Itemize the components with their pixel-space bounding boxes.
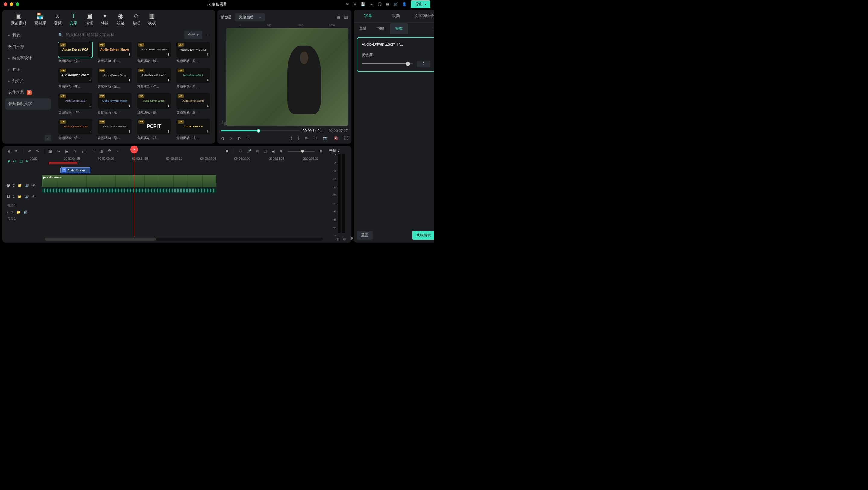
fx-thumb[interactable]: VIP Audio-Driven Shake ⬇ (98, 42, 131, 58)
subtab-animation[interactable]: 动画 (372, 23, 390, 34)
download-icon[interactable]: ⬇ (89, 130, 91, 133)
mute-icon[interactable]: 🔇 (334, 136, 338, 140)
folder-icon[interactable]: 📁 (18, 195, 22, 198)
layout-grid-icon[interactable]: ⊞ (337, 16, 340, 20)
tab-effect[interactable]: ✦特效 (101, 13, 109, 26)
fx-thumb[interactable]: VIP Audio-Driven Zoom ⬇ (59, 67, 92, 83)
sidebar-item-hot[interactable]: 热门推荐 (2, 41, 54, 53)
folder-icon[interactable]: 📁 (18, 184, 22, 187)
download-icon[interactable]: ⬇ (167, 78, 170, 82)
fx-thumb[interactable]: VIP Audio-Driven Electric ⬇ (98, 93, 131, 109)
sidebar-item-opener[interactable]: ▸片头 (2, 64, 54, 75)
tab-text[interactable]: T文字 (70, 13, 78, 26)
add-track-icon[interactable]: ⊕ (7, 159, 10, 163)
ratio-tool-icon[interactable]: ◫ (100, 149, 103, 153)
mixer-icon[interactable]: ⎚ (256, 149, 258, 153)
save-icon[interactable]: 💾 (361, 2, 365, 6)
download-icon[interactable]: ⬇ (89, 104, 91, 108)
playback-slider[interactable] (221, 130, 300, 131)
fx-item[interactable]: VIP Audio-Driven Shadow ⬇ 音频驱动 · 思... (98, 119, 131, 140)
fx-thumb[interactable]: VIP Audio-Driven POP + (59, 42, 92, 58)
download-icon[interactable]: ⬇ (167, 104, 170, 108)
speaker-icon[interactable]: 🔊 (25, 195, 29, 198)
mark-in-button[interactable]: { (291, 136, 292, 140)
download-icon[interactable]: ⬇ (128, 104, 131, 108)
camera-icon[interactable]: 📷 (323, 136, 328, 140)
record-icon[interactable]: ⏺ (225, 149, 229, 153)
cut-badge-icon[interactable]: ✂ (130, 146, 138, 153)
fx-item[interactable]: VIP Audio-Driven POP + 音频驱动 · 流... (59, 42, 92, 63)
delete-button[interactable]: 🗑 (49, 149, 53, 153)
folder-icon[interactable]: 📁 (16, 210, 21, 214)
tab-transition[interactable]: ▣转场 (85, 13, 93, 26)
sidebar-item-plain-text[interactable]: ▸纯文字设计 (2, 53, 54, 64)
fx-item[interactable]: VIP Audio-Driven Jump! ⬇ 音频驱动 · 跳... (137, 93, 171, 115)
add-icon[interactable]: + (89, 52, 91, 57)
eye-icon[interactable]: 👁 (32, 184, 36, 187)
fx-item[interactable]: VIP Audio-Driven Comic ⬇ 音频驱动 · 漫... (176, 93, 210, 115)
fx-item[interactable]: VIP Audio-Driven Turbulence ⬇ 音频驱动 · 波..… (137, 42, 171, 63)
mic-icon[interactable]: 🎤 (247, 149, 252, 153)
sidebar-item-smart-subtitle[interactable]: 智能字幕新 (2, 87, 54, 98)
download-icon[interactable]: ⬇ (128, 130, 131, 133)
close-window-button[interactable] (4, 2, 7, 6)
marker-icon[interactable]: ▢ (264, 149, 267, 153)
maximize-window-button[interactable] (16, 2, 19, 6)
selection-range[interactable] (49, 162, 78, 164)
download-icon[interactable]: ⬇ (167, 130, 170, 133)
sidebar-item-my[interactable]: ▸我的 (2, 30, 54, 41)
settings-icon[interactable]: ⎚ (305, 136, 307, 140)
fx-item[interactable]: VIP Audio-Driven Vibration ⬇ 音频驱动 · 振... (176, 42, 210, 63)
cluster-tool-icon[interactable]: ⋮⋮ (81, 149, 88, 153)
play-button[interactable]: ▷ (239, 136, 241, 140)
fx-thumb[interactable]: VIP Audio-Driven Colorshift ⬇ (137, 67, 171, 83)
reset-button[interactable]: 重置 (357, 231, 373, 240)
download-icon[interactable]: ⬇ (128, 53, 131, 57)
fx-item[interactable]: VIP Audio-Driven Shake ⬇ 音频驱动 · 抖... (98, 42, 131, 63)
desktop-icon[interactable]: 🖥 (353, 2, 356, 6)
tab-my-media[interactable]: ▣我的素材 (11, 13, 27, 26)
fx-item[interactable]: VIP Audio-Driven Colorshift ⬇ 音频驱动 · 色..… (137, 67, 171, 89)
link-icon[interactable]: ⚯ (13, 159, 16, 163)
fx-thumb[interactable]: VIP Audio-Driven Comic ⬇ (176, 93, 210, 109)
text-tool-icon[interactable]: T (93, 149, 95, 153)
timeline-ruler[interactable]: 00:0000:00:04:2500:00:09:2000:00:14:1500… (30, 156, 327, 166)
fx-thumb[interactable]: VIP Audio-Driven Shake ⬇ (59, 119, 92, 134)
sensitivity-value[interactable]: 9 (416, 61, 430, 67)
cloud-icon[interactable]: ☁ (370, 2, 373, 6)
tab-template[interactable]: ▥模板 (148, 13, 156, 26)
playhead[interactable]: ✂ (134, 152, 134, 237)
snapshot-icon[interactable]: 🖼 (344, 16, 348, 20)
more-tools-icon[interactable]: » (116, 149, 119, 153)
fx-thumb[interactable]: VIP Audio-Driven Glitch ⬇ (176, 67, 210, 83)
fx-thumb[interactable]: VIP Audio-Driven Glow ⬇ (98, 67, 131, 83)
fx-thumb[interactable]: VIP Audio-Driven RGB ⬇ (59, 93, 92, 109)
stop-button[interactable]: □ (247, 136, 249, 140)
select-tool-icon[interactable]: ↖ (15, 149, 18, 153)
next-frame-button[interactable]: ▷ (230, 136, 232, 140)
fx-thumb[interactable]: VIP POP IT ⬇ (137, 119, 171, 134)
layout-tool-icon[interactable]: ⊞ (7, 149, 10, 153)
inspector-tab-tts[interactable]: 文字转语音 (410, 10, 434, 22)
magnet-icon[interactable]: ◫ (19, 159, 23, 163)
search-input[interactable] (66, 33, 181, 37)
fx-thumb[interactable]: VIP Audio-Driven Vibration ⬇ (176, 42, 210, 58)
fx-item[interactable]: VIP Audio-Driven RGB ⬇ 音频驱动 · RG... (59, 93, 92, 115)
fullscreen-icon[interactable]: ⛶ (344, 136, 348, 140)
inspector-tab-video[interactable]: 视频 (382, 10, 410, 22)
cut-tool-icon[interactable]: ✂ (57, 149, 60, 153)
headphone-icon[interactable]: 🎧 (377, 2, 382, 6)
audio-track-header[interactable]: ♪1📁🔊 (7, 208, 41, 217)
display-icon[interactable]: 🖵 (313, 136, 317, 140)
video-clip[interactable]: ▶video-miao (41, 175, 216, 187)
music-tool-icon[interactable]: ♫ (73, 149, 76, 153)
zoom-out-button[interactable]: ⊖ (280, 149, 283, 153)
collapse-sidebar-button[interactable]: ‹ (44, 135, 51, 141)
zoom-in-button[interactable]: ⊕ (319, 149, 322, 153)
preview-stage[interactable] (226, 28, 348, 126)
tab-audio[interactable]: ♫音频 (54, 13, 62, 26)
fx-item[interactable]: VIP Audio-Driven Electric ⬇ 音频驱动 · 电... (98, 93, 131, 115)
fx-item[interactable]: VIP POP IT ⬇ 音频驱动 · 跳... (137, 119, 171, 140)
sensitivity-slider[interactable] (362, 63, 413, 64)
tab-stock[interactable]: 🏪素材库 (34, 13, 46, 26)
